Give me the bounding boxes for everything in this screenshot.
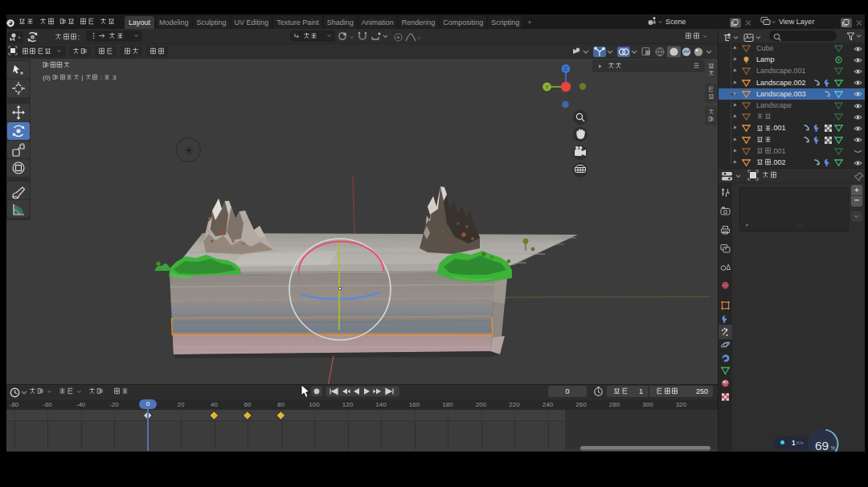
svg-text:%: % (831, 445, 836, 451)
svg-text:Z: Z (564, 66, 568, 72)
svg-text:Y: Y (545, 84, 549, 90)
svg-text:69: 69 (815, 439, 829, 452)
